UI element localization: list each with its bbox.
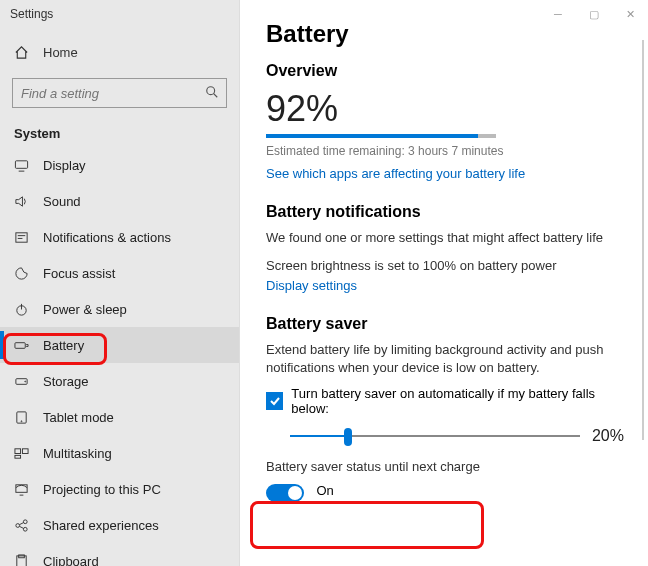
search-field[interactable] (12, 78, 227, 108)
sidebar-item-power-sleep[interactable]: Power & sleep (0, 291, 239, 327)
sidebar-item-multitasking[interactable]: Multitasking (0, 435, 239, 471)
home-button[interactable]: Home (0, 34, 239, 70)
svg-point-15 (23, 527, 27, 531)
nav-label: Clipboard (43, 554, 99, 567)
sidebar-item-tablet-mode[interactable]: Tablet mode (0, 399, 239, 435)
sidebar-item-clipboard[interactable]: Clipboard (0, 543, 239, 566)
svg-point-8 (21, 420, 22, 421)
svg-point-13 (16, 523, 20, 527)
threshold-slider[interactable] (290, 426, 580, 446)
sidebar-item-storage[interactable]: Storage (0, 363, 239, 399)
display-icon (14, 158, 29, 173)
search-input[interactable] (12, 78, 227, 108)
overview-heading: Overview (266, 62, 624, 80)
multitasking-icon (14, 446, 29, 461)
sidebar-item-display[interactable]: Display (0, 147, 239, 183)
storage-icon (14, 374, 29, 389)
auto-saver-label: Turn battery saver on automatically if m… (291, 386, 624, 416)
minimize-button[interactable]: ─ (540, 0, 576, 28)
sound-icon (14, 194, 29, 209)
svg-rect-2 (16, 232, 27, 241)
sidebar-item-sound[interactable]: Sound (0, 183, 239, 219)
tablet-icon (14, 410, 29, 425)
nav-label: Power & sleep (43, 302, 127, 317)
clipboard-icon (14, 554, 29, 567)
scrollbar[interactable] (642, 40, 644, 440)
time-remaining: Estimated time remaining: 3 hours 7 minu… (266, 144, 624, 158)
brightness-note: Screen brightness is set to 100% on batt… (266, 257, 624, 275)
nav-list: Display Sound Notifications & actions Fo… (0, 147, 239, 566)
notifications-icon (14, 230, 29, 245)
sidebar-item-notifications[interactable]: Notifications & actions (0, 219, 239, 255)
saver-status-label: Battery saver status until next charge (266, 458, 624, 476)
projecting-icon (14, 482, 29, 497)
sidebar-item-projecting[interactable]: Projecting to this PC (0, 471, 239, 507)
home-icon (14, 45, 29, 60)
power-icon (14, 302, 29, 317)
display-settings-link[interactable]: Display settings (266, 278, 624, 293)
close-button[interactable]: ✕ (612, 0, 648, 28)
svg-rect-1 (15, 160, 27, 168)
nav-label: Multitasking (43, 446, 112, 461)
nav-label: Shared experiences (43, 518, 159, 533)
svg-point-14 (23, 519, 27, 523)
nav-label: Projecting to this PC (43, 482, 161, 497)
maximize-button[interactable]: ▢ (576, 0, 612, 28)
nav-label: Notifications & actions (43, 230, 171, 245)
section-label: System (0, 116, 239, 147)
home-label: Home (43, 45, 78, 60)
nav-label: Battery (43, 338, 84, 353)
svg-rect-10 (22, 448, 28, 453)
shared-icon (14, 518, 29, 533)
sidebar-item-focus-assist[interactable]: Focus assist (0, 255, 239, 291)
sidebar-item-shared[interactable]: Shared experiences (0, 507, 239, 543)
nav-label: Focus assist (43, 266, 115, 281)
nav-label: Sound (43, 194, 81, 209)
window-title: Settings (0, 0, 239, 28)
saver-desc: Extend battery life by limiting backgrou… (266, 341, 624, 376)
threshold-value: 20% (592, 427, 624, 445)
saver-status-toggle[interactable] (266, 484, 304, 502)
auto-saver-checkbox[interactable] (266, 392, 283, 410)
sidebar-item-battery[interactable]: Battery (0, 327, 239, 363)
svg-point-0 (207, 87, 215, 95)
svg-rect-11 (15, 455, 21, 458)
search-icon (205, 85, 219, 99)
apps-usage-link[interactable]: See which apps are affecting your batter… (266, 166, 624, 181)
battery-progress (266, 134, 496, 138)
check-icon (269, 395, 281, 407)
focus-assist-icon (14, 266, 29, 281)
nav-label: Storage (43, 374, 89, 389)
svg-rect-9 (15, 448, 21, 453)
saver-status-value: On (316, 483, 333, 498)
battery-icon (14, 338, 29, 353)
notifications-found: We found one or more settings that might… (266, 229, 624, 247)
window-controls: ─ ▢ ✕ (540, 0, 648, 28)
notifications-heading: Battery notifications (266, 203, 624, 221)
nav-label: Tablet mode (43, 410, 114, 425)
svg-point-6 (25, 381, 26, 382)
svg-rect-4 (15, 342, 25, 348)
saver-heading: Battery saver (266, 315, 624, 333)
nav-label: Display (43, 158, 86, 173)
battery-percent: 92% (266, 88, 624, 130)
